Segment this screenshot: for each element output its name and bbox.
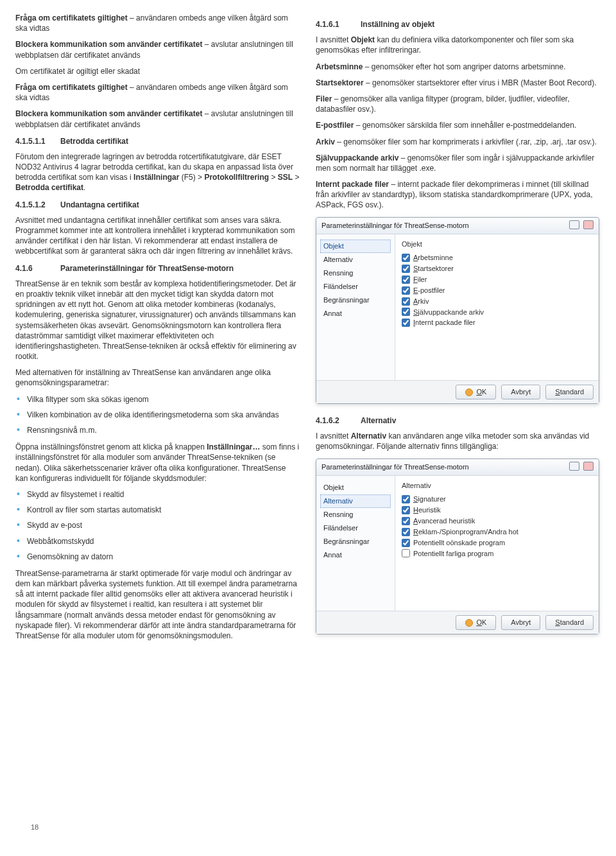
dialog-title-text: Parameterinställningar för ThreatSense-m…: [321, 462, 469, 472]
checkbox[interactable]: [402, 495, 410, 503]
checkbox-label: Internt packade filer: [413, 318, 475, 328]
checkbox-label: Avancerad heuristik: [413, 516, 475, 526]
dialog-alternativ: Parameterinställningar för ThreatSense-m…: [316, 459, 599, 635]
standard-button[interactable]: Standard: [545, 385, 594, 399]
section-heading: 4.1.6Parameterinställningar för ThreatSe…: [15, 263, 300, 274]
dialog-side-item[interactable]: Begränsningar: [320, 293, 391, 307]
section-heading: 4.1.6.1Inställning av objekt: [316, 19, 601, 30]
list-item: Rensningsnivå m.m.: [15, 425, 300, 435]
dialog-side-item[interactable]: Annat: [320, 548, 391, 562]
para: Om certifikatet är ogiltigt eller skadat: [15, 66, 300, 76]
checkbox-label: Potentiellt farliga program: [413, 549, 493, 559]
ok-button[interactable]: OK: [456, 615, 496, 630]
list-item: Skydd av e-post: [15, 520, 300, 530]
checkbox[interactable]: [402, 528, 410, 536]
dialog-objekt: Parameterinställningar för ThreatSense-m…: [316, 217, 599, 404]
checkbox[interactable]: [402, 319, 410, 327]
para: ThreatSense är en teknik som består av k…: [15, 279, 300, 362]
checkbox-row[interactable]: Heuristik: [402, 505, 592, 515]
dialog-side-item[interactable]: Filändelser: [320, 280, 391, 293]
dialog-side-item[interactable]: Alternativ: [320, 494, 391, 508]
checkbox-label: Självuppackande arkiv: [413, 308, 484, 317]
checkbox-label: Potentiellt oönskade program: [413, 538, 505, 548]
para: Filer – genomsöker alla vanliga filtyper…: [316, 94, 601, 114]
dialog-title-text: Parameterinställningar för ThreatSense-m…: [321, 221, 469, 231]
para: Fråga om certifikatets giltighet – använ…: [15, 82, 300, 103]
close-icon[interactable]: [583, 220, 594, 229]
para: Internt packade filer – internt packade …: [316, 179, 601, 211]
checkbox-row[interactable]: Potentiellt farliga program: [402, 549, 592, 559]
para: Öppna inställningsfönstret genom att kli…: [15, 442, 300, 484]
section-heading: 4.1.5.1.1Betrodda certifikat: [15, 136, 300, 146]
para: Blockera kommunikation som använder cert…: [15, 39, 300, 60]
dialog-side-item[interactable]: Objekt: [320, 481, 391, 494]
window-controls[interactable]: [567, 220, 594, 232]
checkbox[interactable]: [402, 297, 410, 306]
checkbox[interactable]: [402, 275, 410, 284]
section-heading: 4.1.5.1.2Undantagna certifikat: [15, 200, 300, 210]
checkbox[interactable]: [402, 549, 410, 557]
checkbox-row[interactable]: Internt packade filer: [402, 318, 592, 328]
para: Förutom den integrerade lagringen av bet…: [15, 152, 300, 193]
checkbox-row[interactable]: Startsektorer: [402, 264, 592, 274]
section-heading: 4.1.6.2Alternativ: [316, 415, 601, 426]
checkbox[interactable]: [402, 539, 410, 547]
checkbox-row[interactable]: E-postfiler: [402, 286, 592, 295]
dialog-titlebar[interactable]: Parameterinställningar för ThreatSense-m…: [316, 218, 599, 235]
dialog-side-item[interactable]: Begränsningar: [320, 535, 391, 548]
dialog-side-item[interactable]: Alternativ: [320, 253, 391, 266]
checkbox-label: Arkiv: [413, 297, 429, 306]
checkbox-row[interactable]: Signaturer: [402, 494, 592, 504]
dialog-side-item[interactable]: Filändelser: [320, 521, 391, 535]
list-item: Vilken kombination av de olika identifie…: [15, 410, 300, 420]
para: I avsnittet Objekt kan du definiera vilk…: [316, 35, 601, 55]
checkbox-label: Arbetsminne: [413, 253, 453, 263]
checkbox-label: Signaturer: [413, 494, 446, 504]
checkbox-row[interactable]: Självuppackande arkiv: [402, 308, 592, 317]
ok-icon: [465, 619, 473, 627]
para: Självuppackande arkiv – genomsöker filer…: [316, 153, 601, 173]
para: Startsektorer – genomsöker startsektorer…: [316, 78, 601, 88]
right-column: 4.1.6.1Inställning av objekt I avsnittet…: [316, 13, 601, 647]
dialog-side-list: ObjektAlternativRensningFiländelserBegrä…: [316, 234, 395, 380]
cancel-button[interactable]: Avbryt: [501, 385, 540, 399]
close-icon[interactable]: [583, 462, 594, 471]
para: Blockera kommunikation som använder cert…: [15, 109, 300, 129]
checkbox-row[interactable]: Avancerad heuristik: [402, 516, 592, 526]
ok-icon: [465, 389, 473, 396]
standard-button[interactable]: Standard: [545, 615, 594, 630]
checkbox[interactable]: [402, 265, 410, 273]
left-column: Fråga om certifikatets giltighet – använ…: [15, 13, 300, 647]
checkbox-row[interactable]: Arkiv: [402, 297, 592, 306]
group-title: Alternativ: [402, 481, 592, 491]
dialog-side-item[interactable]: Rensning: [320, 266, 391, 280]
dialog-side-list: ObjektAlternativRensningFiländelserBegrä…: [316, 476, 395, 611]
checkbox[interactable]: [402, 254, 410, 262]
checkbox-row[interactable]: Potentiellt oönskade program: [402, 538, 592, 548]
dialog-titlebar[interactable]: Parameterinställningar för ThreatSense-m…: [316, 459, 599, 476]
ok-button[interactable]: OK: [456, 385, 496, 399]
list-item: Genomsökning av datorn: [15, 552, 300, 562]
checkbox-label: Filer: [413, 275, 427, 284]
para: Avsnittet med undantagna certifikat inne…: [15, 215, 300, 257]
dialog-side-item[interactable]: Objekt: [320, 240, 391, 253]
window-controls[interactable]: [567, 462, 594, 473]
checkbox[interactable]: [402, 506, 410, 514]
dialog-side-item[interactable]: Annat: [320, 307, 391, 320]
help-icon[interactable]: [569, 462, 579, 471]
checkbox[interactable]: [402, 286, 410, 295]
para: I avsnittet Alternativ kan användaren an…: [316, 431, 601, 451]
checkbox-label: Reklam-/Spionprogram/Andra hot: [413, 527, 518, 537]
page-number: 18: [31, 823, 38, 832]
cancel-button[interactable]: Avbryt: [501, 615, 540, 630]
checkbox-row[interactable]: Arbetsminne: [402, 253, 592, 263]
para: E-postfiler – genomsöker särskilda filer…: [316, 120, 601, 130]
checkbox[interactable]: [402, 517, 410, 525]
help-icon[interactable]: [569, 220, 579, 229]
dialog-side-item[interactable]: Rensning: [320, 508, 391, 521]
group-title: Objekt: [402, 240, 592, 249]
checkbox[interactable]: [402, 308, 410, 316]
para: Arkiv – genomsöker filer som har komprim…: [316, 137, 601, 147]
checkbox-row[interactable]: Reklam-/Spionprogram/Andra hot: [402, 527, 592, 537]
checkbox-row[interactable]: Filer: [402, 275, 592, 284]
